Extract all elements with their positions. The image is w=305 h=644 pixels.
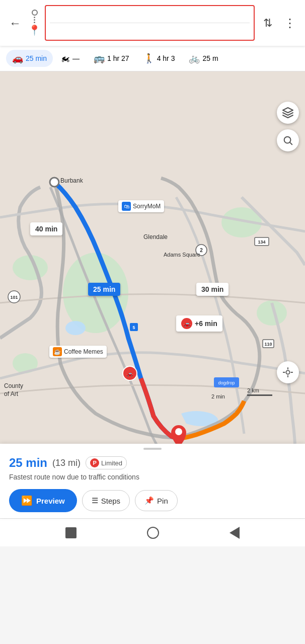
pin-label: Pin bbox=[157, 497, 168, 505]
route-description: Fastest route now due to traffic conditi… bbox=[9, 473, 296, 481]
transit-icon: 🚌 bbox=[94, 53, 105, 64]
adams-square-label: Adams Square bbox=[164, 252, 200, 258]
traffic-delay-label[interactable]: 🚗 +6 min bbox=[176, 315, 222, 332]
sorrymom-icon: 🛍 bbox=[122, 202, 131, 211]
alt-route-40min[interactable]: 40 min bbox=[30, 222, 62, 235]
svg-text:110: 110 bbox=[264, 342, 272, 347]
input-divider bbox=[50, 23, 250, 23]
layers-icon bbox=[282, 107, 294, 119]
origin-input[interactable]: Walmart Supercenter bbox=[50, 8, 250, 21]
main-route-25min[interactable]: 25 min bbox=[88, 283, 120, 296]
android-nav-bar bbox=[0, 518, 305, 546]
svg-text:5: 5 bbox=[132, 325, 135, 330]
sorrymom-label: SorryMoM bbox=[133, 203, 161, 210]
more-options-button[interactable]: ⋮ bbox=[281, 16, 299, 30]
recent-apps-icon bbox=[65, 527, 77, 538]
route-details-panel: 25 min (13 mi) P Limited Fastest route n… bbox=[0, 444, 305, 518]
motorcycle-icon: 🏍 bbox=[61, 53, 70, 64]
destination-input[interactable]: Bank of America Center bbox=[50, 25, 250, 38]
origin-dot bbox=[32, 10, 38, 16]
parking-badge: P Limited bbox=[86, 456, 127, 469]
car-icon: 🚗 bbox=[12, 53, 23, 64]
tab-car[interactable]: 🚗 25 min bbox=[6, 50, 53, 67]
scale-label: 2 km bbox=[247, 387, 272, 393]
route-summary: 25 min (13 mi) P Limited bbox=[9, 456, 296, 470]
tab-transit[interactable]: 🚌 1 hr 27 bbox=[88, 50, 135, 67]
tab-motorcycle[interactable]: 🏍 — bbox=[55, 50, 86, 67]
tab-walk[interactable]: 🚶 4 hr 3 bbox=[137, 50, 181, 67]
search-map-button[interactable] bbox=[277, 129, 299, 151]
back-button[interactable]: ← bbox=[6, 16, 24, 30]
location-icon bbox=[282, 367, 293, 378]
burbank-label: Burbank bbox=[60, 177, 83, 184]
my-location-button[interactable] bbox=[277, 361, 299, 383]
home-button[interactable] bbox=[147, 527, 159, 539]
svg-text:dogdrop: dogdrop bbox=[218, 380, 235, 385]
county-art-label: Countyof Art bbox=[4, 382, 23, 398]
transport-mode-tabs: 🚗 25 min 🏍 — 🚌 1 hr 27 🚶 4 hr 3 🚲 25 m bbox=[0, 46, 305, 71]
alt-route-40min-label: 40 min bbox=[35, 225, 57, 233]
panel-handle bbox=[143, 448, 162, 450]
steps-button[interactable]: ☰ Steps bbox=[82, 490, 130, 511]
coffee-icon: ☕ bbox=[53, 347, 62, 356]
steps-label: Steps bbox=[101, 497, 120, 505]
destination-pin-icon: 📍 bbox=[28, 24, 41, 36]
preview-button[interactable]: ⏩ Preview bbox=[9, 489, 77, 512]
action-buttons: ⏩ Preview ☰ Steps 📌 Pin bbox=[9, 489, 296, 512]
walk-time: 4 hr 3 bbox=[157, 54, 175, 62]
route-dots bbox=[34, 17, 35, 23]
svg-point-8 bbox=[175, 428, 182, 435]
pin-button[interactable]: 📌 Pin bbox=[135, 490, 178, 511]
svg-point-25 bbox=[286, 370, 289, 374]
route-input-container: Walmart Supercenter Bank of America Cent… bbox=[45, 5, 255, 41]
layers-button[interactable] bbox=[277, 102, 299, 124]
svg-text:🚗: 🚗 bbox=[126, 370, 133, 377]
alt-route-30min-label: 30 min bbox=[201, 285, 223, 293]
car-time: 25 min bbox=[26, 54, 47, 62]
traffic-delay-time: +6 min bbox=[195, 319, 217, 328]
coffee-memes-poi[interactable]: ☕ Coffee Memes bbox=[49, 346, 107, 358]
svg-text:2: 2 bbox=[200, 248, 203, 253]
swap-route-button[interactable]: ⇅ bbox=[259, 17, 277, 30]
tab-bike[interactable]: 🚲 25 m bbox=[183, 50, 224, 67]
svg-point-7 bbox=[50, 178, 59, 187]
bike-icon: 🚲 bbox=[189, 53, 200, 64]
walk-icon: 🚶 bbox=[143, 53, 155, 64]
transit-time: 1 hr 27 bbox=[107, 54, 129, 62]
map-view[interactable]: 🚗 101 2 134 5 110 dogdrop 2 min Burbank … bbox=[0, 71, 305, 444]
route-distance: (13 mi) bbox=[52, 458, 81, 468]
sorrymom-poi[interactable]: 🛍 SorryMoM bbox=[118, 200, 164, 212]
back-nav-icon bbox=[230, 527, 240, 539]
svg-point-6 bbox=[65, 321, 86, 335]
navigation-header: ← 📍 Walmart Supercenter Bank of America … bbox=[0, 0, 305, 46]
home-icon bbox=[147, 527, 159, 539]
coffee-label: Coffee Memes bbox=[64, 348, 103, 355]
route-icons: 📍 bbox=[28, 10, 41, 36]
bike-time: 25 m bbox=[202, 54, 218, 62]
route-time: 25 min bbox=[9, 456, 47, 470]
search-icon bbox=[282, 135, 293, 146]
pin-icon: 📌 bbox=[144, 496, 154, 505]
scale-bar bbox=[247, 394, 272, 396]
motorcycle-time: — bbox=[72, 54, 80, 62]
svg-text:134: 134 bbox=[258, 239, 265, 245]
back-nav-button[interactable] bbox=[230, 527, 240, 539]
steps-icon: ☰ bbox=[92, 496, 98, 505]
preview-icon: ⏩ bbox=[21, 495, 32, 506]
alt-route-30min[interactable]: 30 min bbox=[196, 283, 228, 296]
parking-icon: P bbox=[90, 458, 99, 467]
svg-text:2 min: 2 min bbox=[211, 393, 225, 399]
map-scale: 2 km bbox=[247, 387, 272, 396]
parking-label: Limited bbox=[101, 459, 122, 467]
preview-label: Preview bbox=[36, 497, 65, 505]
glendale-label: Glendale bbox=[143, 233, 168, 240]
main-route-25min-label: 25 min bbox=[93, 285, 115, 293]
recent-apps-button[interactable] bbox=[65, 527, 77, 538]
traffic-delay-icon: 🚗 bbox=[181, 318, 192, 329]
svg-text:101: 101 bbox=[10, 295, 18, 300]
